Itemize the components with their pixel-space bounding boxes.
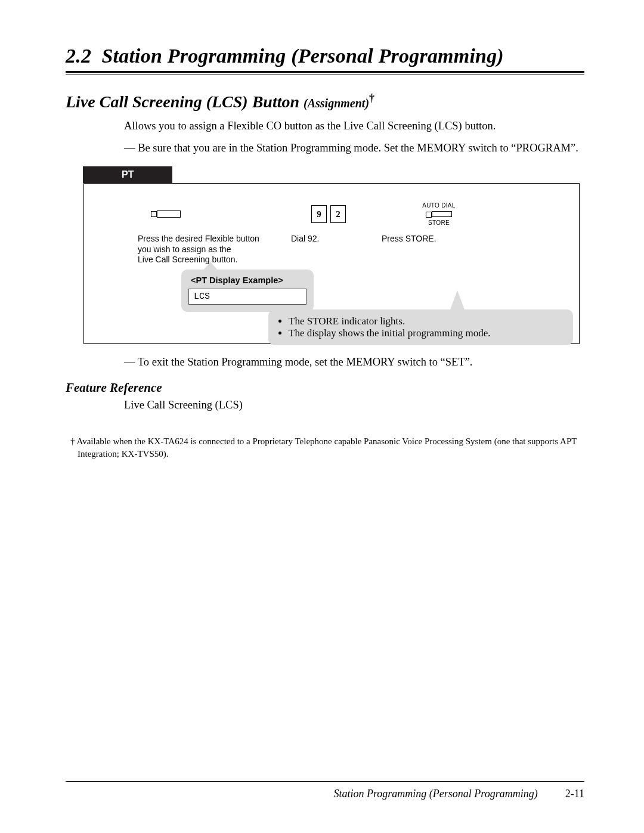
pt-display-example: <PT Display Example> LCS <box>181 270 314 312</box>
feature-reference-item: Live Call Screening (LCS) <box>124 399 584 411</box>
dial-keys-area: 9 2 <box>278 199 379 229</box>
section-title: 2.2 Station Programming (Personal Progra… <box>66 45 584 67</box>
dial-key-2: 2 <box>330 205 346 223</box>
pt-box: Press the desired Flexible button you wi… <box>83 183 580 344</box>
display-example-value: LCS <box>188 289 306 305</box>
exit-text: To exit the Station Programming mode, se… <box>138 356 473 368</box>
led-icon <box>151 211 157 217</box>
callout-arrow-icon <box>450 290 465 309</box>
step-press-store: AUTO DIAL STORE Press STORE. <box>379 199 499 244</box>
display-example-title: <PT Display Example> <box>191 275 306 285</box>
feature-reference-heading: Feature Reference <box>66 380 584 395</box>
title-rule <box>66 71 584 75</box>
note-1: The STORE indicator lights. <box>289 315 565 327</box>
intro-p2-text: Be sure that you are in the Station Prog… <box>138 142 578 154</box>
flexible-button-icon <box>151 209 181 219</box>
subsection-title-small: (Assignment) <box>304 97 369 110</box>
store-bottom-label: STORE <box>428 219 450 226</box>
flexible-button-icon-area <box>138 199 291 229</box>
footnote-mark: † <box>70 436 75 446</box>
store-notes: The STORE indicator lights. The display … <box>268 309 573 345</box>
emdash: — <box>124 142 135 154</box>
page: 2.2 Station Programming (Personal Progra… <box>0 0 644 833</box>
intro-paragraph-1: Allows you to assign a Flexible CO butto… <box>124 119 584 134</box>
step2-text: Dial 92. <box>278 234 379 244</box>
store-button-area: AUTO DIAL STORE <box>379 199 499 229</box>
dial-key-9: 9 <box>311 205 327 223</box>
step1-text: Press the desired Flexible button you wi… <box>138 234 259 265</box>
footnote: † Available when the KX-TA624 is connect… <box>66 435 584 460</box>
pt-tab: PT <box>83 166 172 183</box>
step-press-flexible: Press the desired Flexible button you wi… <box>138 199 278 265</box>
step1-line3: Live Call Screening button. <box>138 255 237 264</box>
footer-rule <box>66 781 584 782</box>
note-2: The display shows the initial programmin… <box>289 327 565 339</box>
store-led-icon <box>426 212 432 218</box>
footer-title: Station Programming (Personal Programmin… <box>334 788 538 800</box>
section-number: 2.2 <box>66 45 91 67</box>
after-box: — To exit the Station Programming mode, … <box>124 356 584 368</box>
emdash: — <box>124 356 135 368</box>
steps-row: Press the desired Flexible button you wi… <box>84 184 579 271</box>
store-button-icon <box>426 209 452 219</box>
step-dial-92: 9 2 Dial 92. <box>278 199 379 244</box>
exit-instruction: — To exit the Station Programming mode, … <box>124 356 584 368</box>
step3-text: Press STORE. <box>379 234 499 244</box>
subsection-title: Live Call Screening (LCS) Button (Assign… <box>66 92 584 112</box>
page-number: 2-11 <box>565 788 584 800</box>
pt-procedure: PT Press the desired Flexible button you… <box>83 166 580 344</box>
intro-block: Allows you to assign a Flexible CO butto… <box>124 119 584 156</box>
store-body-icon <box>432 211 452 217</box>
footnote-text: Available when the KX-TA624 is connected… <box>76 436 577 458</box>
dagger-mark: † <box>369 92 374 104</box>
callout-arrow-icon <box>204 262 217 270</box>
subsection-title-main: Live Call Screening (LCS) Button <box>66 92 299 111</box>
store-top-label: AUTO DIAL <box>422 202 455 209</box>
step1-line1: Press the desired Flexible button <box>138 234 259 243</box>
step1-line2: you wish to assign as the <box>138 244 231 254</box>
section-title-text: Station Programming (Personal Programmin… <box>102 45 504 67</box>
page-footer: Station Programming (Personal Programmin… <box>66 781 584 800</box>
button-body-icon <box>157 210 181 218</box>
intro-paragraph-2: — Be sure that you are in the Station Pr… <box>124 141 584 156</box>
